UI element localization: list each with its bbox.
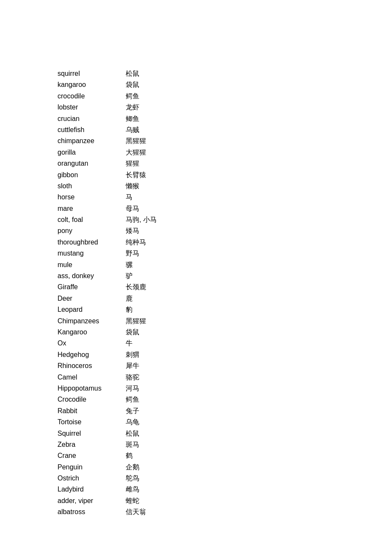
chinese-translation: 鹤 [126,450,133,461]
chinese-translation: 母马 [126,203,139,214]
list-item: mustang野马 [58,248,392,259]
list-item: pony矮马 [58,225,392,236]
list-item: kangaroo袋鼠 [58,79,392,90]
list-item: mule骡 [58,259,392,270]
list-item: gorilla大猩猩 [58,147,392,158]
list-item: Deer鹿 [58,293,392,304]
chinese-translation: 纯种马 [126,237,146,248]
english-word: Ox [58,338,126,349]
english-word: orangutan [58,158,126,169]
english-word: kangaroo [58,79,126,90]
chinese-translation: 长颈鹿 [126,282,146,293]
english-word: Hippopotamus [58,383,126,394]
chinese-translation: 驴 [126,270,133,282]
english-word: Hedgehog [58,349,126,360]
english-word: horse [58,192,126,203]
list-item: Crane鹤 [58,450,392,461]
chinese-translation: 斑马 [126,439,139,450]
list-item: Chimpanzees黑猩猩 [58,316,392,327]
list-item: chimpanzee黑猩猩 [58,135,392,147]
english-word: Rhinoceros [58,360,126,371]
chinese-translation: 鳄鱼 [126,91,139,102]
list-item: horse马 [58,192,392,203]
list-item: sloth懒猴 [58,181,392,192]
chinese-translation: 野马 [126,248,139,259]
list-item: mare母马 [58,203,392,214]
list-item: orangutan猩猩 [58,158,392,169]
english-word: crucian [58,113,126,124]
chinese-translation: 黑猩猩 [126,316,146,327]
chinese-translation: 矮马 [126,225,139,236]
list-item: cuttlefish乌贼 [58,124,392,135]
english-word: crocodile [58,91,126,102]
chinese-translation: 袋鼠 [126,79,139,90]
chinese-translation: 长臂猿 [126,170,146,181]
english-word: mare [58,203,126,214]
english-word: Crocodile [58,394,126,405]
chinese-translation: 犀牛 [126,360,139,371]
list-item: crocodile鳄鱼 [58,91,392,102]
english-word: Giraffe [58,282,126,293]
chinese-translation: 雌鸟 [126,484,139,495]
english-word: Kangaroo [58,327,126,338]
english-word: colt, foal [58,214,126,225]
list-item: Leopard豹 [58,304,392,315]
list-item: Crocodile鳄鱼 [58,394,392,405]
english-word: Ostrich [58,473,126,484]
chinese-translation: 鳄鱼 [126,394,139,405]
list-item: Tortoise乌龟 [58,417,392,428]
chinese-translation: 骆驼 [126,372,139,383]
chinese-translation: 猩猩 [126,158,139,169]
chinese-translation: 大猩猩 [126,147,146,158]
english-word: mustang [58,248,126,259]
animal-word-list: squirrel松鼠kangaroo袋鼠crocodile鳄鱼lobster龙虾… [58,68,392,518]
english-word: Camel [58,372,126,383]
chinese-translation: 懒猴 [126,181,139,192]
english-word: Tortoise [58,417,126,428]
english-word: Crane [58,450,126,461]
list-item: Zebra斑马 [58,439,392,450]
english-word: pony [58,225,126,236]
chinese-translation: 鸵鸟 [126,473,139,484]
list-item: Penguin企鹅 [58,462,392,473]
english-word: Zebra [58,439,126,450]
list-item: Kangaroo袋鼠 [58,327,392,338]
english-word: gibbon [58,170,126,181]
english-word: adder, viper [58,495,126,506]
english-word: albatross [58,506,126,518]
list-item: Ladybird雌鸟 [58,484,392,495]
english-word: squirrel [58,68,126,79]
chinese-translation: 鲫鱼 [126,113,139,124]
list-item: lobster龙虾 [58,102,392,113]
list-item: gibbon长臂猿 [58,170,392,181]
chinese-translation: 马驹, 小马 [126,214,157,225]
list-item: albatross信天翁 [58,506,392,518]
chinese-translation: 袋鼠 [126,327,139,338]
english-word: thoroughbred [58,237,126,248]
chinese-translation: 蝰蛇 [126,495,139,506]
list-item: Hippopotamus河马 [58,383,392,394]
chinese-translation: 乌贼 [126,124,139,135]
english-word: Deer [58,293,126,304]
list-item: Ox牛 [58,338,392,349]
english-word: gorilla [58,147,126,158]
english-word: Chimpanzees [58,316,126,327]
list-item: Giraffe长颈鹿 [58,282,392,293]
chinese-translation: 骡 [126,259,133,270]
english-word: cuttlefish [58,124,126,135]
chinese-translation: 豹 [126,304,133,315]
english-word: mule [58,259,126,270]
chinese-translation: 乌龟 [126,417,139,428]
chinese-translation: 牛 [126,338,133,349]
list-item: adder, viper蝰蛇 [58,495,392,506]
list-item: Squirrel松鼠 [58,428,392,439]
chinese-translation: 黑猩猩 [126,135,146,147]
english-word: Penguin [58,462,126,473]
chinese-translation: 信天翁 [126,506,146,518]
list-item: Rabbit兔子 [58,405,392,417]
chinese-translation: 企鹅 [126,462,139,473]
list-item: Camel骆驼 [58,372,392,383]
chinese-translation: 松鼠 [126,68,139,79]
chinese-translation: 兔子 [126,405,139,417]
chinese-translation: 鹿 [126,293,133,304]
